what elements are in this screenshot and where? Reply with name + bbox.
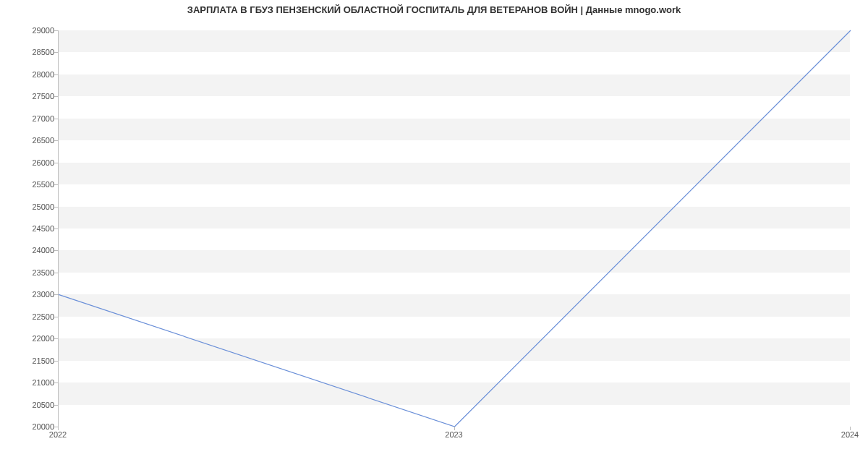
y-tick-mark [54, 338, 58, 339]
y-tick-mark [54, 52, 58, 53]
y-tick-label: 26000 [11, 158, 54, 167]
x-tick-label: 2023 [445, 430, 462, 439]
x-tick-mark [454, 427, 455, 430]
y-tick-label: 21000 [11, 378, 54, 387]
y-tick-label: 22500 [11, 312, 54, 321]
y-tick-mark [54, 250, 58, 251]
chart-container: ЗАРПЛАТА В ГБУЗ ПЕНЗЕНСКИЙ ОБЛАСТНОЙ ГОС… [0, 0, 868, 456]
y-tick-mark [54, 228, 58, 229]
y-tick-mark [54, 207, 58, 208]
y-tick-label: 21500 [11, 356, 54, 365]
x-tick-label: 2024 [841, 430, 859, 439]
y-tick-label: 23500 [11, 268, 54, 277]
y-tick-label: 25500 [11, 180, 54, 189]
y-tick-label: 28000 [11, 70, 54, 79]
y-tick-mark [54, 184, 58, 185]
y-tick-mark [54, 383, 58, 383]
y-tick-mark [54, 361, 58, 362]
y-tick-label: 26500 [11, 136, 54, 145]
x-tick-mark [850, 427, 851, 430]
y-tick-mark [54, 405, 58, 406]
x-tick-mark [58, 427, 59, 430]
y-tick-label: 20500 [11, 401, 54, 409]
x-tick-label: 2022 [49, 430, 67, 439]
y-tick-mark [54, 119, 58, 119]
chart-title: ЗАРПЛАТА В ГБУЗ ПЕНЗЕНСКИЙ ОБЛАСТНОЙ ГОС… [0, 4, 868, 15]
y-tick-mark [54, 74, 58, 75]
plot-area [58, 30, 850, 427]
y-tick-label: 25000 [11, 202, 54, 211]
y-tick-mark [54, 140, 58, 141]
y-tick-label: 23000 [11, 290, 54, 299]
y-tick-mark [54, 294, 58, 295]
y-tick-label: 20000 [11, 422, 54, 431]
y-tick-label: 22000 [11, 334, 54, 343]
line-series [59, 30, 850, 426]
y-tick-label: 24000 [11, 246, 54, 255]
y-tick-mark [54, 163, 58, 163]
y-tick-mark [54, 96, 58, 97]
y-tick-label: 29000 [11, 26, 54, 35]
y-tick-mark [54, 273, 58, 273]
y-tick-mark [54, 30, 58, 31]
y-tick-label: 28500 [11, 48, 54, 56]
y-tick-label: 27500 [11, 92, 54, 101]
y-tick-label: 24500 [11, 224, 54, 233]
y-tick-mark [54, 317, 58, 317]
y-tick-label: 27000 [11, 114, 54, 123]
